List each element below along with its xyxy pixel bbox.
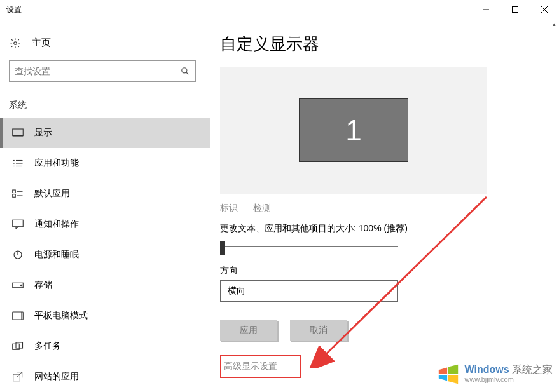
page-title: 自定义显示器 [220, 33, 559, 55]
search-input-wrap[interactable] [9, 60, 196, 82]
cancel-button[interactable]: 取消 [290, 320, 347, 341]
svg-rect-16 [13, 194, 16, 198]
sidebar-item-multitask[interactable]: 多任务 [0, 331, 210, 362]
titlebar: 设置 [0, 0, 559, 19]
svg-line-29 [17, 372, 22, 377]
svg-point-4 [14, 41, 17, 44]
sidebar-item-display[interactable]: 显示 [0, 118, 210, 148]
maximize-button[interactable] [500, 0, 530, 19]
chat-icon [11, 219, 24, 229]
chevron-down-icon: ⌄ [387, 288, 392, 295]
scale-slider[interactable] [220, 240, 398, 255]
sidebar-item-label: 通知和操作 [34, 219, 79, 230]
advanced-display-settings-link[interactable]: 高级显示设置 [220, 355, 301, 378]
detect-link[interactable]: 检测 [253, 203, 271, 214]
sidebar: 主页 系统 显示 应用和功能 [0, 19, 210, 392]
search-input[interactable] [15, 66, 180, 76]
search-icon [180, 67, 190, 76]
sidebar-item-label: 平板电脑模式 [34, 310, 88, 321]
advanced-link-label: 高级显示设置 [224, 361, 277, 372]
svg-rect-1 [513, 7, 518, 13]
sidebar-item-notifications[interactable]: 通知和操作 [0, 209, 210, 240]
sidebar-item-label: 多任务 [34, 341, 61, 352]
sidebar-item-label: 应用和功能 [34, 158, 79, 169]
scroll-thumb[interactable] [549, 29, 559, 220]
svg-rect-15 [13, 190, 16, 193]
monitor-icon [11, 128, 24, 137]
multitask-icon [11, 342, 24, 351]
open-icon [11, 372, 24, 382]
scrollbar[interactable]: ▴ [549, 19, 559, 392]
sidebar-item-default-apps[interactable]: 默认应用 [0, 179, 210, 209]
orientation-value: 横向 [228, 285, 245, 297]
monitor-number: 1 [345, 113, 362, 147]
section-header: 系统 [0, 91, 210, 118]
svg-rect-19 [13, 220, 24, 227]
sidebar-item-label: 显示 [34, 127, 52, 139]
sidebar-item-storage[interactable]: 存储 [0, 270, 210, 301]
gear-icon [9, 37, 22, 49]
minimize-button[interactable] [471, 0, 500, 19]
orientation-select[interactable]: 横向 ⌄ [220, 280, 398, 302]
sidebar-item-label: 默认应用 [34, 188, 70, 199]
home-label: 主页 [32, 37, 51, 49]
sidebar-item-label: 存储 [34, 280, 52, 291]
home-button[interactable]: 主页 [0, 32, 210, 54]
tablet-icon [11, 311, 24, 320]
sidebar-item-power[interactable]: 电源和睡眠 [0, 240, 210, 270]
svg-point-23 [21, 285, 22, 286]
grid-icon [11, 189, 24, 198]
list-icon [11, 159, 24, 168]
power-icon [11, 250, 24, 260]
svg-rect-7 [13, 129, 24, 136]
sidebar-item-label: 网站的应用 [34, 371, 79, 382]
sidebar-item-tablet[interactable]: 平板电脑模式 [0, 301, 210, 331]
scroll-up-icon[interactable]: ▴ [549, 19, 559, 29]
slider-track [220, 246, 398, 247]
apply-button[interactable]: 应用 [220, 320, 277, 341]
close-button[interactable] [530, 0, 559, 19]
slider-thumb[interactable] [220, 241, 225, 255]
svg-line-6 [186, 72, 189, 75]
monitor-1[interactable]: 1 [299, 98, 408, 162]
display-preview[interactable]: 1 [220, 67, 487, 194]
sidebar-item-label: 电源和睡眠 [34, 249, 79, 260]
drive-icon [11, 282, 24, 288]
window-title: 设置 [0, 4, 22, 15]
identify-link[interactable]: 标识 [220, 203, 238, 214]
scale-label: 更改文本、应用和其他项目的大小: 100% (推荐) [220, 223, 559, 234]
main-content: 自定义显示器 1 标识 检测 更改文本、应用和其他项目的大小: 100% (推荐… [210, 19, 559, 392]
sidebar-item-apps[interactable]: 应用和功能 [0, 148, 210, 179]
orientation-label: 方向 [220, 265, 559, 276]
sidebar-item-website-apps[interactable]: 网站的应用 [0, 362, 210, 392]
svg-point-5 [182, 68, 187, 73]
